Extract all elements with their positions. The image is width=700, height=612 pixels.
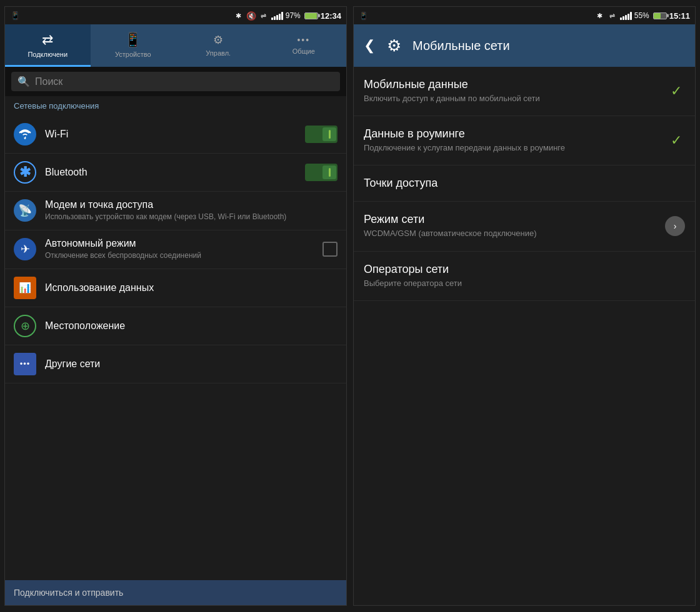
signal-bar-5 <box>281 12 283 20</box>
hotspot-title: Модем и точка доступа <box>45 199 338 210</box>
signal-bars <box>271 11 283 20</box>
signal-bar-r3 <box>625 15 627 20</box>
airplane-item[interactable]: ✈ Автономный режим Отключение всех беспр… <box>5 230 346 269</box>
location-icon: ⊕ <box>14 315 36 337</box>
battery-icon-right <box>653 12 667 19</box>
wifi-icon <box>14 123 36 146</box>
rp-header: ❮ ⚙ Мобильные сети <box>354 24 695 67</box>
data-usage-title: Использование данных <box>45 282 338 294</box>
mobile-data-subtitle: Включить доступ к данным по мобильной се… <box>364 93 660 104</box>
data-usage-icon: 📊 <box>14 277 36 299</box>
hotspot-icon: 📡 <box>14 199 36 222</box>
signal-bars-right <box>620 11 632 20</box>
left-status-left: 📱 <box>10 11 20 21</box>
hotspot-item[interactable]: 📡 Модем и точка доступа Использовать уст… <box>5 192 346 230</box>
battery-icon-left <box>304 12 318 19</box>
roaming-content: Данные в роуминге Подключение к услугам … <box>364 127 660 154</box>
tab-connections-icon: ⇄ <box>42 32 53 48</box>
search-input-wrap[interactable]: 🔍 Поиск <box>11 72 340 91</box>
network-mode-title: Режим сети <box>364 213 658 226</box>
right-panel: 📱 ✱ ⇌ 55% 15:11 ❮ ⚙ Мобильные сети <box>353 6 696 606</box>
tab-device[interactable]: 📱 Устройство <box>91 24 176 67</box>
search-icon: 🔍 <box>18 76 30 87</box>
rp-content: Мобильные данные Включить доступ к данны… <box>354 67 695 605</box>
tab-connections-label: Подключени <box>28 51 68 58</box>
tab-general[interactable]: ••• Общие <box>261 24 347 67</box>
mute-icon: 🔇 <box>246 11 256 21</box>
wifi-item[interactable]: Wi-Fi <box>5 116 346 154</box>
bluetooth-toggle[interactable] <box>305 164 338 181</box>
signal-bar-4 <box>279 14 281 20</box>
tab-controls[interactable]: ⚙ Управл. <box>176 24 261 67</box>
signal-bar-3 <box>276 15 278 20</box>
bluetooth-icon: ✱ <box>14 161 36 184</box>
bottom-bar[interactable]: Подключиться и отправить <box>5 580 346 605</box>
roaming-item[interactable]: Данные в роуминге Подключение к услугам … <box>354 116 695 165</box>
phone-status-icon-right: 📱 <box>359 11 369 21</box>
tab-device-icon: 📱 <box>124 32 141 48</box>
mobile-data-checkmark: ✓ <box>668 82 685 100</box>
signal-bar-1 <box>271 17 273 20</box>
access-points-item[interactable]: Точки доступа <box>354 165 695 202</box>
roaming-title: Данные в роуминге <box>364 127 660 141</box>
signal-bar-2 <box>274 16 276 20</box>
battery-fill-right <box>654 13 661 19</box>
hotspot-content: Модем и точка доступа Использовать устро… <box>45 199 338 222</box>
tab-bar: ⇄ Подключени 📱 Устройство ⚙ Управл. ••• … <box>5 24 346 67</box>
section-header: Сетевые подключения <box>5 96 346 116</box>
airplane-checkbox[interactable] <box>322 242 338 257</box>
bluetooth-item[interactable]: ✱ Bluetooth <box>5 154 346 192</box>
tab-controls-label: Управл. <box>206 49 231 57</box>
bluetooth-title: Bluetooth <box>45 167 296 178</box>
mobile-data-content: Мобильные данные Включить доступ к данны… <box>364 78 660 104</box>
gear-icon: ⚙ <box>382 34 405 57</box>
operators-content: Операторы сети Выберите оператора сети <box>364 263 685 289</box>
bluetooth-toggle-knob <box>322 165 336 179</box>
rp-title: Мобильные сети <box>412 39 510 53</box>
wifi-status-icon: ⇌ <box>259 11 269 21</box>
location-item[interactable]: ⊕ Местоположение <box>5 307 346 345</box>
bluetooth-toggle-line <box>329 168 331 177</box>
operators-item[interactable]: Операторы сети Выберите оператора сети <box>354 252 695 301</box>
mobile-data-item[interactable]: Мобильные данные Включить доступ к данны… <box>354 67 695 116</box>
location-title: Местоположение <box>45 320 338 332</box>
more-nets-content: Другие сети <box>45 358 338 370</box>
data-usage-item[interactable]: 📊 Использование данных <box>5 269 346 307</box>
back-button[interactable]: ❮ <box>364 37 375 54</box>
hotspot-subtitle: Использовать устройство как модем (через… <box>45 212 338 222</box>
bluetooth-content: Bluetooth <box>45 167 296 178</box>
more-nets-icon: ••• <box>14 353 36 375</box>
roaming-subtitle: Подключение к услугам передачи данных в … <box>364 142 660 154</box>
airplane-content: Автономный режим Отключение всех беспров… <box>45 238 314 261</box>
left-status-bar: 📱 ✱ 🔇 ⇌ 97% 12:34 <box>5 7 346 24</box>
signal-bar-r2 <box>622 16 624 20</box>
location-content: Местоположение <box>45 320 338 332</box>
bluetooth-icon-left: ✱ <box>234 11 244 21</box>
operators-title: Операторы сети <box>364 263 685 276</box>
signal-bar-r4 <box>628 14 629 20</box>
search-bar: 🔍 Поиск <box>5 67 346 96</box>
left-status-right: ✱ 🔇 ⇌ 97% 12:34 <box>234 11 341 21</box>
wifi-content: Wi-Fi <box>45 129 296 140</box>
tab-connections[interactable]: ⇄ Подключени <box>5 24 91 67</box>
battery-percent-right: 55% <box>634 11 649 20</box>
roaming-checkmark: ✓ <box>668 132 685 149</box>
svg-point-0 <box>24 137 26 139</box>
wifi-toggle[interactable] <box>305 126 338 143</box>
more-nets-item[interactable]: ••• Другие сети <box>5 345 346 383</box>
left-panel: 📱 ✱ 🔇 ⇌ 97% 12:34 ⇄ Подключени <box>4 6 347 606</box>
access-points-content: Точки доступа <box>364 177 685 190</box>
mobile-data-title: Мобильные данные <box>364 78 660 91</box>
access-points-title: Точки доступа <box>364 177 685 190</box>
network-mode-item[interactable]: Режим сети WCDMA/GSM (автоматическое под… <box>354 202 695 251</box>
tab-general-label: Общие <box>292 47 315 55</box>
signal-bar-r1 <box>620 17 622 20</box>
time-right: 15:11 <box>669 11 690 21</box>
settings-list: Wi-Fi ✱ Bluetooth 📡 Модем <box>5 116 346 580</box>
search-placeholder: Поиск <box>35 76 62 87</box>
time-left: 12:34 <box>321 11 341 21</box>
tab-device-label: Устройство <box>115 51 151 58</box>
data-usage-content: Использование данных <box>45 282 338 294</box>
tab-general-icon: ••• <box>297 35 310 45</box>
operators-subtitle: Выберите оператора сети <box>364 278 685 289</box>
